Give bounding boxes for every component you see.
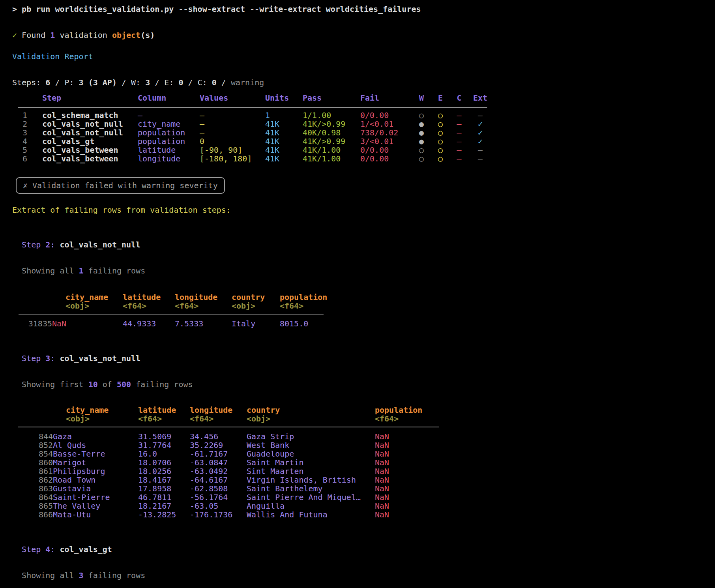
cell: NaN [375,476,434,484]
header-spacer [12,414,53,423]
cell-step: col_vals_between [42,154,138,163]
cell-step: col_vals_gt [42,137,138,146]
row-index: 4 [12,137,42,146]
extract-step-2: Step 2: col_vals_not_null Showing all 1 … [12,223,715,328]
cell: NaN [375,467,434,476]
cell-pass: 1/1.00 [303,111,360,120]
segment: 3 (3 AP) [79,78,117,87]
cell: 35.2269 [190,441,247,449]
col-header-latitude: latitude [138,406,190,414]
warning-threshold-icon: ○ [412,111,431,120]
terminal: { "terminal": { "prompt": ">", "command"… [0,0,715,588]
cell: Gaza Strip [247,432,375,441]
segment: col_vals_not_null [60,354,140,363]
cell: Saint Barthelemy [247,484,375,493]
command-text: pb run worldcities_validation.py --show-… [17,4,421,14]
found-line: ✓ Found 1 validation object(s) [12,13,715,39]
segment: failing rows [84,571,146,580]
cell: West Bank [247,441,375,449]
cell: Al Quds [53,441,138,449]
cell-units: 1 [265,111,303,120]
row-index: 3 [12,128,42,137]
cell: Saint Pierre And Miquel… [247,493,375,502]
cell: -64.6167 [190,476,247,484]
cell: -61.7167 [190,449,247,458]
col-header-w: W [412,94,431,102]
dtype-country: <obj> [232,301,280,310]
segment: 2 [45,240,50,249]
cell: 31.7764 [138,441,190,449]
validation-table-header: Step Column Values Units Pass Fail W E C… [12,94,715,102]
segment: Step [22,354,45,363]
cell-fail: 0/0.00 [360,111,412,120]
segment: 3 [145,78,150,87]
segment: P: [64,78,79,87]
step-title: Step 2: col_vals_not_null [12,223,715,249]
dtype-population: <f64> [375,414,434,423]
col-header-ext: Ext [468,94,492,102]
row-index: 863 [12,484,53,493]
cell: Marigot [53,458,138,467]
cell: -62.8508 [190,484,247,493]
segment: of [98,380,117,389]
cell: 16.0 [138,449,190,458]
col-header-city-name: city_name [53,406,138,414]
row-index: 866 [12,510,53,519]
row-index: 862 [12,476,53,484]
extract-flag-icon: ✓ [468,137,492,146]
cell-values: — [200,111,265,120]
segment: 3 [79,571,84,580]
warning-threshold-icon: ● [412,137,431,146]
segment: : [50,545,60,554]
extract-flag-icon: ✓ [468,120,492,128]
header-spacer [12,293,52,301]
cell: Basse-Terre [53,449,138,458]
cell-units: 41K [265,154,303,163]
segment: Showing all [22,266,79,275]
segment: failing rows [131,380,193,389]
col-header-latitude: latitude [123,293,175,301]
segment: ✓ [12,30,22,40]
table-row: 852 Al Quds31.776435.2269West BankNaN [12,441,715,449]
row-index: 6 [12,154,42,163]
segment: Step [22,545,45,554]
cell-column: — [138,111,200,120]
extract-flag-icon: – [468,154,492,163]
extract-table-header: city_name latitude longitude country pop… [12,406,715,414]
cell-fail: 0/0.00 [360,146,412,154]
cell: Mata-Utu [53,510,138,519]
cell-units: 41K [265,146,303,154]
cell: NaN [375,510,434,519]
table-row: 844 Gaza31.506934.456Gaza StripNaN [12,432,715,441]
dtype-longitude: <f64> [190,414,247,423]
steps-summary-line: Steps: 6 / P: 3 (3 AP) / W: 3 / E: 0 / C… [12,61,715,87]
dtype-latitude: <f64> [138,414,190,423]
cell: Virgin Islands, British [247,476,375,484]
col-header-longitude: longitude [190,406,247,414]
segment: Steps: [12,78,45,87]
cell: Philipsburg [53,467,138,476]
dtype-city-name: <obj> [53,414,138,423]
cell: NaN [375,493,434,502]
col-header-step: Step [42,94,138,102]
cell: Sint Maarten [247,467,375,476]
col-header-values: Values [200,94,265,102]
cell-fail: 3/<0.01 [360,137,412,146]
validation-row: 2 col_vals_not_null city_name — 41K 41K/… [12,120,715,128]
cell-column: population [138,128,200,137]
cell-pass: 40K/0.98 [303,128,360,137]
segment: 6 [45,78,50,87]
cell: 18.4167 [138,476,190,484]
cell: -13.2825 [138,510,190,519]
segment: / [183,78,198,87]
validation-table-body: 1 col_schema_match — — 1 1/1.00 0/0.00 ○… [12,111,715,163]
cell: -63.0492 [190,467,247,476]
error-threshold-icon: ○ [431,154,450,163]
cell-units: 41K [265,128,303,137]
cell: Gustavia [53,484,138,493]
col-header-longitude: longitude [175,293,232,301]
cell: NaN [375,449,434,458]
validation-row: 5 col_vals_between latitude [-90, 90] 41… [12,146,715,154]
warning-threshold-icon: ○ [412,154,431,163]
segment: / [50,78,64,87]
